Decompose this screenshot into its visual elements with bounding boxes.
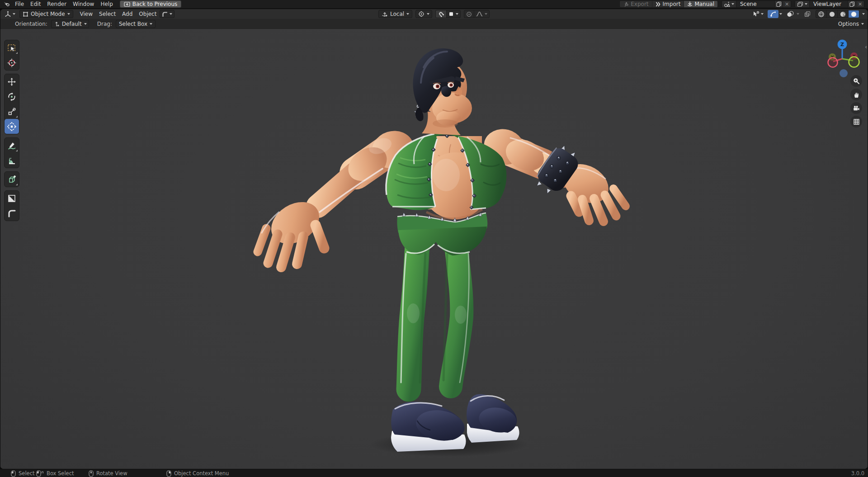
viewlayer-selector: ViewLayer ✕: [795, 0, 864, 8]
tool-add-cube[interactable]: [5, 172, 19, 187]
editor-3d-viewport-icon: [5, 11, 11, 17]
shading-rendered-button[interactable]: [849, 10, 859, 18]
orientation-label: Local: [390, 11, 404, 17]
proportional-edit-icon: [466, 11, 472, 17]
chevron-down-icon: [67, 13, 70, 15]
menu-select[interactable]: Select: [96, 10, 119, 18]
gizmo-dial-icon: [770, 11, 776, 17]
chevron-down-icon: [731, 3, 734, 5]
export-button[interactable]: Export: [620, 1, 652, 7]
tool-select-box[interactable]: [5, 40, 19, 55]
export-figure-icon: [623, 2, 629, 7]
menu-window[interactable]: Window: [70, 0, 97, 8]
menu-file[interactable]: File: [12, 0, 27, 8]
tool-rotate[interactable]: [5, 89, 19, 104]
drag-setting-dropdown[interactable]: Select Box: [116, 20, 156, 28]
shading-solid-button[interactable]: [827, 10, 838, 18]
tool-cursor[interactable]: [5, 55, 19, 70]
orientation-selector[interactable]: Local: [378, 10, 412, 18]
legs: [401, 245, 469, 389]
mode-label: Object Mode: [31, 11, 65, 17]
overlays-toggle[interactable]: [785, 10, 796, 18]
object-mode-icon: [23, 11, 28, 17]
wireframe-sphere-icon: [818, 11, 825, 18]
model-character[interactable]: [258, 48, 626, 457]
mouse-left-drag-icon: [36, 470, 44, 477]
head: [413, 48, 472, 138]
chevron-down-icon: [761, 13, 764, 15]
viewlayer-unlink-button[interactable]: ✕: [856, 1, 864, 7]
io-actions: Export Import Manual: [619, 0, 718, 8]
tool-annotate[interactable]: [5, 138, 19, 153]
scene-unlink-button[interactable]: ✕: [783, 1, 791, 7]
shading-material-button[interactable]: [838, 10, 849, 18]
menu-view[interactable]: View: [77, 10, 96, 18]
viewlayer-browse-button[interactable]: [795, 1, 810, 7]
pan-button[interactable]: [850, 89, 862, 100]
menu-render[interactable]: Render: [44, 0, 70, 8]
proportional-edit-toggle[interactable]: [464, 10, 474, 18]
options-dropdown[interactable]: Options: [838, 21, 864, 27]
status-select-label: Select: [19, 470, 34, 477]
xray-toggle[interactable]: [802, 10, 813, 18]
scene-name[interactable]: Scene: [736, 1, 774, 7]
menu-add[interactable]: Add: [119, 10, 136, 18]
viewlayer-new-button[interactable]: [848, 1, 856, 7]
navigation-gizmo[interactable]: Z Y X: [826, 37, 864, 80]
tool-transform[interactable]: [5, 119, 19, 134]
blender-logo-icon[interactable]: [2, 1, 12, 8]
orientation-setting-dropdown[interactable]: Default: [51, 20, 89, 28]
download-arrow-icon: [687, 1, 693, 7]
editor-type-button[interactable]: [3, 10, 17, 18]
menu-help[interactable]: Help: [97, 0, 116, 8]
status-box-select: Box Select: [36, 469, 74, 477]
scene-new-button[interactable]: [774, 1, 783, 7]
viewport-3d[interactable]: Z Y X ‹: [0, 29, 868, 469]
tool-corner-fill[interactable]: [5, 191, 19, 206]
tool-rounded-corner[interactable]: [5, 206, 19, 221]
object-visibility-dropdown[interactable]: [751, 10, 765, 18]
snap-target-button[interactable]: [447, 10, 460, 18]
overlays-circles-icon: [787, 11, 794, 17]
statusbar: Select Box Select Rotate View Object Con…: [0, 469, 868, 477]
shading-mode-group: [816, 10, 859, 18]
active-tool-dropdown[interactable]: [160, 10, 175, 18]
manual-label: Manual: [694, 1, 714, 7]
import-button[interactable]: Import: [652, 1, 684, 7]
hand-icon: [853, 91, 860, 98]
manual-button[interactable]: Manual: [684, 1, 717, 7]
axis-z-neg-ball[interactable]: [840, 69, 848, 77]
chevron-down-icon: [805, 3, 807, 5]
back-to-previous-button[interactable]: Back to Previous: [120, 0, 182, 8]
pivot-selector[interactable]: [415, 10, 432, 18]
chevron-down-icon: [779, 13, 782, 15]
scene-browse-button[interactable]: [722, 1, 736, 7]
axis-x-neg-ball[interactable]: [828, 58, 838, 67]
gizmos-toggle[interactable]: [768, 10, 778, 18]
double-chevron-icon: [656, 2, 661, 7]
mode-selector[interactable]: Object Mode: [19, 10, 73, 18]
tool-scale[interactable]: [5, 104, 19, 119]
zoom-button[interactable]: [850, 75, 862, 87]
falloff-button[interactable]: [474, 10, 489, 18]
orthographic-toggle-button[interactable]: [850, 116, 862, 128]
scene-render: [0, 29, 868, 469]
grid-icon: [853, 118, 860, 125]
viewlayer-name[interactable]: ViewLayer: [810, 1, 848, 7]
camera-view-button[interactable]: [850, 102, 862, 114]
menu-object[interactable]: Object: [136, 10, 160, 18]
shading-wireframe-button[interactable]: [816, 10, 827, 18]
left-arm: [258, 125, 419, 267]
axis-y-neg-ball[interactable]: [849, 57, 859, 67]
tool-move[interactable]: [5, 74, 19, 89]
menu-edit[interactable]: Edit: [27, 0, 44, 8]
snap-toggle[interactable]: [436, 10, 447, 18]
drag-setting-label: Drag:: [97, 21, 112, 27]
mouse-right-icon: [166, 470, 171, 477]
chevron-down-icon: [862, 13, 865, 15]
tool-measure[interactable]: [5, 153, 19, 168]
sidebar-toggle[interactable]: ‹: [865, 44, 867, 50]
camera-icon: [853, 105, 860, 112]
viewlayer-icon: [797, 1, 803, 7]
mouse-middle-icon: [89, 470, 94, 477]
